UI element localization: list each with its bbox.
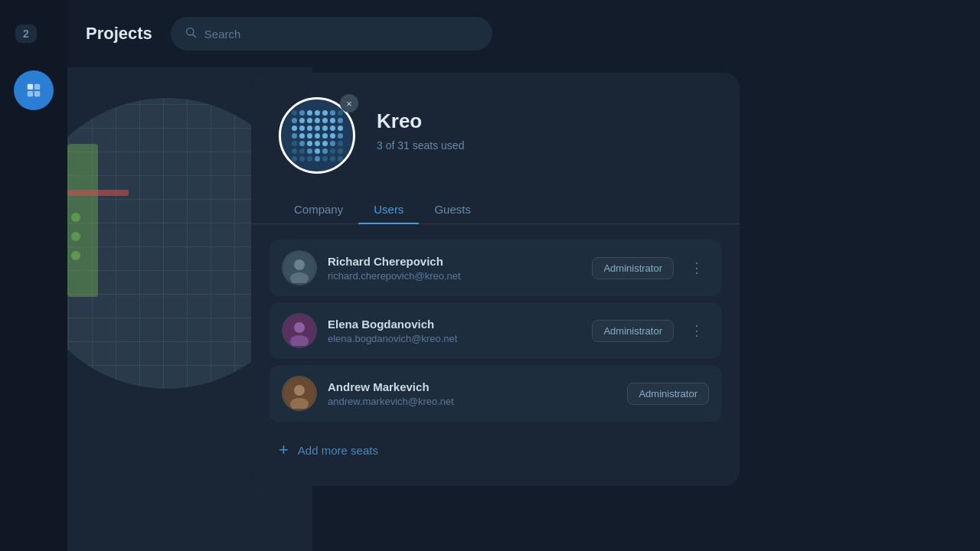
header: Projects Search (67, 0, 980, 67)
user-email-richard: richard.cherepovich@kreo.net (328, 270, 581, 282)
user-row: Richard Cherepovich richard.cherepovich@… (270, 240, 721, 296)
user-details-andrew: Andrew Markevich andrew.markevich@kreo.n… (328, 380, 616, 407)
user-email-elena: elena.bogdanovich@kreo.net (328, 333, 581, 344)
user-row: Andrew Markevich andrew.markevich@kreo.n… (270, 365, 721, 422)
add-seats-button[interactable]: + Add more seats (251, 422, 740, 460)
user-name-richard: Richard Cherepovich (328, 255, 581, 268)
role-badge-elena: Administrator (592, 320, 674, 342)
avatar-elena (282, 313, 317, 348)
user-row: Elena Bogdanovich elena.bogdanovich@kreo… (270, 302, 721, 359)
add-icon: + (279, 440, 289, 460)
search-icon (185, 26, 197, 41)
tab-guests[interactable]: Guests (419, 195, 486, 223)
svg-rect-0 (28, 84, 33, 90)
more-button-richard[interactable]: ⋮ (684, 256, 709, 280)
users-list: Richard Cherepovich richard.cherepovich@… (251, 224, 740, 422)
search-bar[interactable]: Search (171, 17, 492, 51)
role-badge-richard: Administrator (592, 257, 674, 279)
close-button[interactable]: × (340, 94, 358, 112)
sidebar: 2 (0, 0, 67, 551)
avatar-andrew (282, 376, 317, 411)
add-seats-label: Add more seats (298, 444, 378, 457)
svg-point-13 (294, 385, 305, 396)
svg-rect-3 (34, 91, 40, 96)
role-badge-andrew: Administrator (627, 383, 709, 405)
svg-rect-1 (34, 84, 40, 90)
tab-company[interactable]: Company (279, 195, 358, 223)
svg-point-10 (294, 322, 305, 333)
org-name: Kreo (377, 109, 464, 133)
page-title: Projects (86, 24, 152, 44)
sidebar-active-button[interactable] (14, 70, 54, 110)
tab-users[interactable]: Users (358, 195, 419, 223)
user-email-andrew: andrew.markevich@kreo.net (328, 396, 616, 407)
avatar-richard (282, 250, 317, 285)
user-name-andrew: Andrew Markevich (328, 380, 616, 393)
tabs: Company Users Guests (251, 195, 740, 224)
more-button-elena[interactable]: ⋮ (684, 318, 709, 343)
user-details-richard: Richard Cherepovich richard.cherepovich@… (328, 255, 581, 282)
search-placeholder: Search (204, 28, 241, 41)
seats-info: 3 of 31 seats used (377, 139, 464, 152)
modal: × Kreo 3 of 31 seats used Company Users … (251, 73, 740, 486)
svg-line-5 (193, 34, 196, 37)
user-name-elena: Elena Bogdanovich (328, 318, 581, 331)
org-avatar-wrap: × (279, 97, 355, 174)
modal-header: × Kreo 3 of 31 seats used (251, 73, 740, 174)
user-details-elena: Elena Bogdanovich elena.bogdanovich@kreo… (328, 318, 581, 344)
svg-point-7 (294, 259, 305, 270)
org-info: Kreo 3 of 31 seats used (377, 97, 464, 152)
projects-icon (25, 82, 42, 99)
nav-number: 2 (15, 24, 37, 43)
svg-rect-2 (28, 91, 33, 96)
